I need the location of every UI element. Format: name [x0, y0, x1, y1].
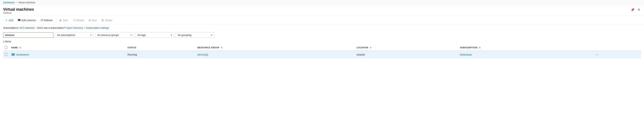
row-more-button[interactable]: ··· — [594, 52, 600, 57]
breadcrumb: Dashboard > Virtual machines — [0, 0, 644, 5]
resource-groups-dropdown[interactable]: All resource groups ▾ — [95, 32, 134, 38]
vm-name-link[interactable]: windowsvm — [16, 53, 29, 56]
subscriptions-prefix: Subscriptions: — [3, 26, 19, 29]
table-container: NAME ⇅ STATUS RESOURCE GROUP ⇅ LOCATION … — [0, 44, 644, 58]
close-icon: ✕ — [638, 8, 640, 12]
refresh-button[interactable]: ↺ Refresh — [39, 18, 55, 23]
page-header: Virtual machines Selfhost 📌 ✕ — [0, 5, 644, 16]
select-all-cell[interactable] — [3, 44, 10, 51]
subscriptions-dash: – — [35, 26, 36, 29]
filter-row: All subscriptions ▾ All resource groups … — [0, 31, 644, 39]
col-header-resource-group: RESOURCE GROUP ⇅ — [196, 44, 355, 51]
subscription-bar: Subscriptions: All 5 selected – Don't se… — [0, 25, 644, 31]
svg-rect-1 — [19, 19, 20, 21]
row-subscription-cell: kirtanasub — [458, 51, 592, 58]
tags-dropdown[interactable]: All tags ▾ — [135, 32, 174, 38]
row-more-cell[interactable]: ··· — [592, 51, 641, 58]
add-icon: ＋ — [5, 18, 8, 22]
row-status-cell: Running — [126, 51, 196, 58]
table-body: windowsvm Running winvmrg1 orlando kirta… — [3, 51, 641, 58]
toolbar: ＋ Add Edit columns ↺ Refresh ▶ Start ↺ R… — [0, 16, 644, 25]
breadcrumb-separator: > — [16, 1, 17, 4]
table-header-row: NAME ⇅ STATUS RESOURCE GROUP ⇅ LOCATION … — [3, 44, 641, 51]
delete-button[interactable]: 🗑 Delete — [99, 18, 114, 23]
resource-group-sort-icon[interactable]: ⇅ — [221, 47, 222, 49]
tags-dropdown-label: All tags — [138, 34, 146, 36]
pin-icon: 📌 — [631, 8, 634, 12]
add-button[interactable]: ＋ Add — [3, 17, 15, 23]
toolbar-separator — [56, 18, 56, 23]
close-button[interactable]: ✕ — [637, 7, 641, 12]
dont-see-text: Don't see a subscription? — [37, 26, 65, 29]
resource-groups-chevron-down-icon: ▾ — [131, 34, 132, 36]
svg-rect-2 — [20, 19, 20, 21]
edit-columns-button[interactable]: Edit columns — [16, 18, 38, 23]
svg-rect-5 — [12, 54, 14, 55]
breadcrumb-parent[interactable]: Dashboard — [3, 1, 14, 4]
table-row: windowsvm Running winvmrg1 orlando kirta… — [3, 51, 641, 58]
svg-rect-0 — [18, 19, 19, 21]
resource-groups-dropdown-label: All resource groups — [97, 34, 119, 36]
search-input[interactable] — [3, 32, 53, 38]
items-count: 1 items — [0, 39, 644, 44]
row-name-cell: windowsvm — [10, 51, 126, 58]
tags-chevron-down-icon: ▾ — [171, 34, 172, 36]
breadcrumb-current: Virtual machines — [18, 1, 36, 4]
subscriptions-dropdown[interactable]: All subscriptions ▾ — [55, 32, 94, 38]
pin-button[interactable]: 📌 — [630, 7, 635, 12]
row-location-cell: orlando — [355, 51, 458, 58]
edit-columns-icon — [18, 19, 20, 22]
vm-table: NAME ⇅ STATUS RESOURCE GROUP ⇅ LOCATION … — [3, 44, 641, 58]
delete-icon: 🗑 — [101, 19, 104, 22]
stop-button[interactable]: ■ Stop — [87, 18, 98, 23]
table-header: NAME ⇅ STATUS RESOURCE GROUP ⇅ LOCATION … — [3, 44, 641, 51]
location-sort-icon[interactable]: ⇅ — [370, 47, 372, 49]
name-sort-icon[interactable]: ⇅ — [19, 47, 21, 49]
all-selected-link[interactable]: All 5 selected — [20, 26, 34, 29]
open-directory-link[interactable]: Open Directory + Subscription settings — [66, 26, 109, 29]
stop-icon: ■ — [89, 19, 90, 22]
subscription-link[interactable]: kirtanasub — [460, 53, 472, 56]
subscriptions-dropdown-label: All subscriptions — [57, 34, 75, 36]
col-header-subscription: SUBSCRIPTION ⇅ — [458, 44, 592, 51]
subscription-sort-icon[interactable]: ⇅ — [479, 47, 481, 49]
start-button[interactable]: ▶ Start — [58, 18, 70, 23]
col-header-actions — [592, 44, 641, 51]
page-title: Virtual machines — [3, 7, 34, 12]
page-title-section: Virtual machines Selfhost — [3, 7, 34, 14]
select-all-checkbox[interactable] — [5, 46, 7, 49]
col-header-status: STATUS — [126, 44, 196, 51]
header-actions: 📌 ✕ — [630, 7, 641, 12]
row-checkbox[interactable] — [5, 53, 7, 56]
refresh-icon: ↺ — [40, 19, 43, 22]
vm-icon — [11, 53, 15, 56]
col-header-location: LOCATION ⇅ — [355, 44, 458, 51]
start-icon: ▶ — [60, 19, 62, 22]
grouping-dropdown[interactable]: No grouping ▾ — [176, 32, 214, 38]
row-checkbox-cell[interactable] — [3, 51, 10, 58]
resource-group-link[interactable]: winvmrg1 — [198, 53, 208, 56]
restart-button[interactable]: ↺ Restart — [71, 18, 86, 23]
grouping-dropdown-label: No grouping — [178, 34, 192, 36]
restart-icon: ↺ — [73, 19, 75, 22]
svg-rect-6 — [13, 55, 14, 56]
row-resource-group-cell: winvmrg1 — [196, 51, 355, 58]
grouping-chevron-down-icon: ▾ — [211, 34, 212, 36]
subscriptions-chevron-down-icon: ▾ — [90, 34, 92, 36]
col-header-name: NAME ⇅ — [10, 44, 126, 51]
page-subtitle: Selfhost — [3, 12, 34, 14]
